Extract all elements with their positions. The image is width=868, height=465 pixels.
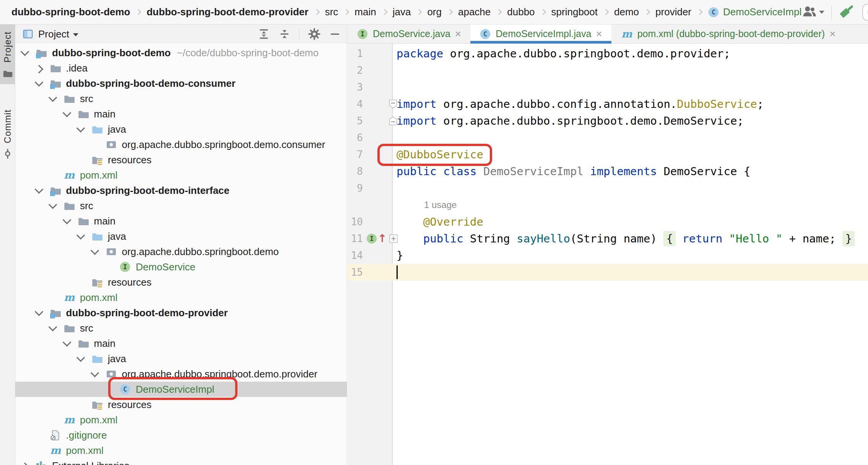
tree-row-main[interactable]: main — [15, 106, 347, 122]
line-number[interactable]: 14 — [348, 250, 363, 261]
line-number[interactable]: 4 — [348, 98, 363, 110]
tree-row-dubbo-spring-boot-demo-interface[interactable]: dubbo-spring-boot-demo-interface — [15, 183, 347, 198]
chevron-down-icon[interactable] — [32, 187, 46, 193]
code-line-15[interactable]: 15 — [348, 264, 868, 281]
chevron-down-icon[interactable] — [60, 111, 74, 117]
tree-row-main[interactable]: main — [15, 213, 347, 229]
breadcrumb-item-demo[interactable]: demo — [614, 6, 639, 18]
close-icon[interactable]: × — [596, 29, 602, 39]
tree-row-src[interactable]: src — [15, 320, 347, 336]
breadcrumb-item-java[interactable]: java — [393, 6, 411, 18]
tree-row-dubbo-spring-boot-demo-consumer[interactable]: dubbo-spring-boot-demo-consumer — [15, 76, 347, 91]
tree-row-dubbo-spring-boot-demo-provider[interactable]: dubbo-spring-boot-demo-provider — [15, 305, 347, 320]
code-line-14[interactable]: 14} — [348, 247, 868, 264]
breadcrumb-item-springboot[interactable]: springboot — [551, 6, 598, 18]
chevron-down-icon[interactable] — [73, 126, 88, 132]
chevron-right-icon[interactable] — [18, 463, 32, 465]
tree-row-resources[interactable]: resources — [15, 397, 347, 412]
tool-stripe-commit[interactable]: Commit — [0, 102, 15, 165]
line-number[interactable]: 15 — [348, 267, 363, 278]
close-icon[interactable]: × — [455, 29, 461, 39]
settings-button[interactable] — [308, 28, 321, 41]
line-number[interactable]: 6 — [348, 132, 363, 143]
tree-row-main[interactable]: main — [15, 336, 347, 351]
fold-marker-bottom-icon[interactable] — [388, 115, 398, 126]
chevron-right-icon[interactable] — [32, 65, 46, 71]
code-line-9[interactable]: 9 — [348, 180, 868, 197]
chevron-down-icon[interactable] — [73, 356, 88, 362]
usages-inlay-hint[interactable]: 1 usage — [397, 200, 457, 210]
code-line-3[interactable]: 3 — [348, 79, 868, 96]
overrides-up-arrow-icon[interactable]: ↑ — [378, 234, 387, 244]
chevron-down-icon[interactable] — [32, 80, 46, 86]
line-number[interactable]: 9 — [348, 182, 363, 194]
breadcrumb-item-org[interactable]: org — [427, 6, 442, 18]
breadcrumb-item-demoserviceimpl[interactable]: CDemoServiceImpl — [708, 6, 801, 18]
tree-row-org-apache-dubbo-springboot-demo-consumer[interactable]: org.apache.dubbo.springboot.demo.consume… — [15, 137, 347, 152]
fold-marker-top-icon[interactable] — [388, 99, 398, 109]
tree-row-java[interactable]: java — [15, 351, 347, 366]
tree-row-src[interactable]: src — [15, 198, 347, 213]
collapse-all-button[interactable] — [278, 28, 291, 40]
code-line-8[interactable]: 8public class DemoServiceImpl implements… — [348, 163, 868, 180]
expand-all-button[interactable] — [258, 28, 270, 40]
chevron-down-icon[interactable] — [60, 218, 74, 224]
chevron-down-icon[interactable] — [46, 325, 60, 331]
line-number[interactable]: 11 — [348, 233, 363, 244]
tree-row-external-libraries[interactable]: External Libraries — [15, 458, 347, 465]
code-editor[interactable]: 1package org.apache.dubbo.springboot.dem… — [348, 44, 868, 465]
tool-stripe-project[interactable]: Project — [0, 24, 15, 84]
run-configuration-widget[interactable] — [862, 4, 868, 21]
breadcrumb-item-provider[interactable]: provider — [655, 6, 691, 18]
close-icon[interactable]: × — [829, 29, 835, 39]
editor-tab-demoservice-java[interactable]: IDemoService.java× — [348, 24, 470, 43]
tree-row-pom-xml[interactable]: mpom.xml — [15, 290, 347, 305]
code-line-10[interactable]: 10 @Override — [348, 213, 868, 230]
fold-marker-plus-icon[interactable] — [389, 234, 398, 243]
tree-row-demoservice[interactable]: IDemoService — [15, 259, 347, 275]
tree-row-resources[interactable]: resources — [15, 275, 347, 290]
chevron-down-icon[interactable] — [46, 96, 60, 102]
hide-button[interactable] — [329, 28, 341, 40]
tree-row-src[interactable]: src — [15, 91, 347, 106]
line-number[interactable]: 8 — [348, 166, 363, 177]
project-panel-title[interactable]: Project — [38, 28, 69, 40]
chevron-down-icon[interactable] — [88, 249, 102, 255]
line-number[interactable]: 2 — [348, 65, 363, 76]
code-line-7[interactable]: 7@DubboService — [348, 146, 868, 163]
code-line-4[interactable]: 4import org.apache.dubbo.config.annotati… — [348, 96, 868, 112]
code-line-1[interactable]: 1package org.apache.dubbo.springboot.dem… — [348, 45, 868, 62]
breadcrumb-item-main[interactable]: main — [354, 6, 376, 18]
line-number[interactable]: 5 — [348, 115, 363, 127]
tree-row-java[interactable]: java — [15, 229, 347, 244]
chevron-down-icon[interactable] — [73, 233, 88, 239]
tree-row-demoserviceimpl[interactable]: CDemoServiceImpl — [15, 382, 347, 397]
line-number[interactable]: 10 — [348, 216, 363, 228]
breadcrumb-item-src[interactable]: src — [325, 6, 338, 18]
build-hammer-button[interactable] — [839, 3, 855, 21]
tree-row-gitignore[interactable]: .gitignore — [15, 428, 347, 443]
code-line-5[interactable]: 5import org.apache.dubbo.springboot.demo… — [348, 112, 868, 129]
tree-row-pom-xml[interactable]: mpom.xml — [15, 412, 347, 428]
tree-row-org-apache-dubbo-springboot-demo-provider[interactable]: org.apache.dubbo.springboot.demo.provide… — [15, 366, 347, 382]
tree-row-java[interactable]: java — [15, 122, 347, 137]
chevron-down-icon[interactable] — [46, 203, 60, 209]
tree-row-resources[interactable]: resources — [15, 152, 347, 167]
breadcrumb-item-dubbo[interactable]: dubbo — [507, 6, 535, 18]
tree-row-dubbo-spring-boot-demo[interactable]: dubbo-spring-boot-demo~/code/dubbo-sprin… — [15, 45, 347, 60]
editor-tab-demoserviceimpl-java[interactable]: CDemoServiceImpl.java× — [470, 24, 611, 43]
code-line-11[interactable]: 11I↑ public String sayHello(String name)… — [348, 230, 868, 247]
code-line-inlay[interactable]: 1 usage — [348, 197, 868, 213]
tree-row-org-apache-dubbo-springboot-demo[interactable]: org.apache.dubbo.springboot.demo — [15, 244, 347, 259]
code-line-2[interactable]: 2 — [348, 62, 868, 79]
chevron-down-icon[interactable] — [73, 33, 78, 36]
breadcrumb-item-dubbo-spring-boot-demo[interactable]: dubbo-spring-boot-demo — [11, 6, 130, 18]
breadcrumb-item-dubbo-spring-boot-demo-provider[interactable]: dubbo-spring-boot-demo-provider — [146, 6, 308, 18]
chevron-down-icon[interactable] — [60, 340, 74, 346]
line-number[interactable]: 3 — [348, 81, 363, 93]
chevron-down-icon[interactable] — [18, 50, 32, 56]
implementing-method-icon[interactable]: I — [367, 234, 377, 244]
line-number[interactable]: 1 — [348, 48, 363, 59]
chevron-down-icon[interactable] — [88, 371, 102, 377]
line-number[interactable]: 7 — [348, 149, 363, 160]
